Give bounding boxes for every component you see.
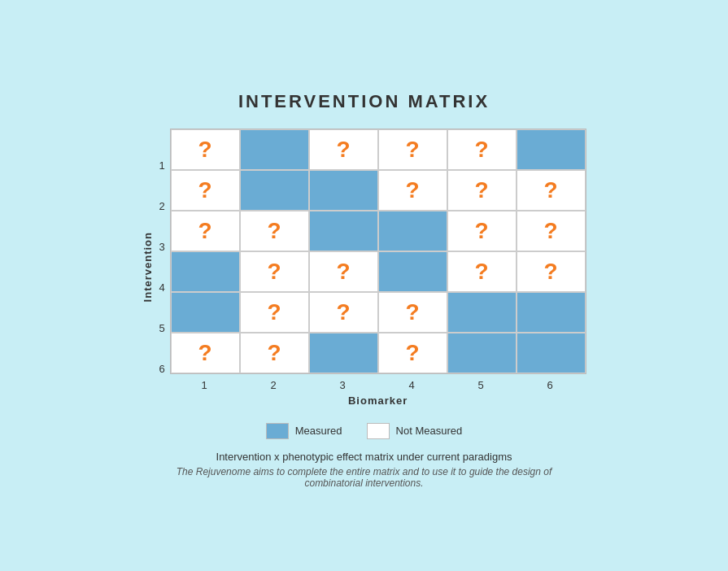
matrix-cell [517, 129, 586, 170]
legend-not-measured-label: Not Measured [396, 425, 463, 437]
matrix-cell: ? [517, 251, 586, 292]
matrix-cell [309, 211, 378, 251]
matrix-cell [240, 170, 309, 211]
matrix-cell [517, 333, 586, 373]
matrix-cell: ? [378, 170, 447, 211]
x-axis-numbers: 1 2 3 4 5 6 [170, 379, 586, 391]
matrix-cell: ? [447, 211, 517, 251]
matrix-cell: ? [309, 129, 378, 170]
matrix-cell: ? [240, 333, 309, 373]
matrix-grid: ?????????????????????? [170, 129, 586, 374]
matrix-cell [517, 292, 586, 333]
legend: Measured Not Measured [266, 423, 462, 439]
matrix-cell [378, 251, 447, 292]
y-axis-numbers: 1 2 3 4 5 6 [159, 146, 164, 390]
matrix-cell: ? [171, 170, 240, 211]
page-title: INTERVENTION MATRIX [238, 91, 490, 112]
matrix-cell: ? [240, 211, 309, 251]
matrix-cell [240, 129, 309, 170]
matrix-cell [447, 292, 517, 333]
matrix-cell: ? [171, 333, 240, 373]
matrix-cell: ? [447, 129, 517, 170]
matrix-cell: ? [378, 129, 447, 170]
matrix-cell: ? [378, 333, 447, 373]
footnote-italic: The Rejuvenome aims to complete the enti… [169, 466, 560, 489]
matrix-container: ?????????????????????? 1 2 3 4 5 6 Bioma… [170, 129, 586, 407]
y-axis-label: Intervention [142, 232, 154, 302]
matrix-cell: ? [378, 292, 447, 333]
matrix-cell: ? [517, 170, 586, 211]
matrix-cell: ? [171, 129, 240, 170]
matrix-cell [309, 170, 378, 211]
legend-measured: Measured [266, 423, 342, 439]
matrix-cell: ? [240, 292, 309, 333]
matrix-cell [171, 251, 240, 292]
legend-not-measured: Not Measured [367, 423, 463, 439]
x-axis-label: Biomarker [170, 394, 586, 407]
matrix-cell [378, 211, 447, 251]
footnote-area: Intervention x phenotypic effect matrix … [169, 451, 560, 489]
legend-measured-label: Measured [295, 425, 342, 437]
matrix-cell: ? [171, 211, 240, 251]
matrix-cell: ? [447, 251, 517, 292]
matrix-cell: ? [309, 292, 378, 333]
legend-not-measured-box [367, 423, 390, 439]
matrix-cell [309, 333, 378, 373]
matrix-cell: ? [447, 170, 517, 211]
footnote-main: Intervention x phenotypic effect matrix … [169, 451, 560, 463]
matrix-cell [447, 333, 517, 373]
matrix-cell: ? [240, 251, 309, 292]
matrix-cell: ? [309, 251, 378, 292]
legend-measured-box [266, 423, 289, 439]
matrix-cell [171, 292, 240, 333]
matrix-cell: ? [517, 211, 586, 251]
